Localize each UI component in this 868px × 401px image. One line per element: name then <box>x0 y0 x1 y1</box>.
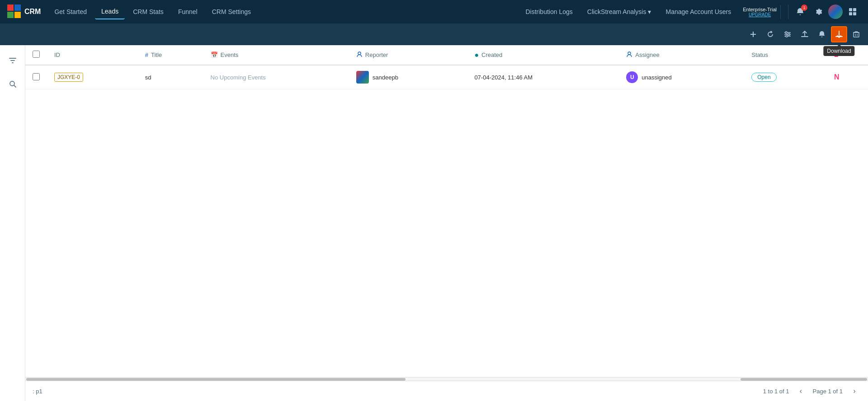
reporter-avatar <box>356 71 369 84</box>
main-content: ID # Title 📅 Events <box>0 45 868 401</box>
row-extra: N <box>827 65 868 89</box>
top-nav: CRM Get Started Leads CRM Stats Funnel C… <box>0 0 868 23</box>
nav-clickstream[interactable]: ClickStream Analysis ▾ <box>581 5 658 19</box>
chevron-down-icon: ▾ <box>648 8 651 15</box>
row-status[interactable]: Open <box>744 65 827 89</box>
upgrade-link[interactable]: UPGRADE <box>749 12 771 17</box>
filter-icon[interactable] <box>5 52 21 69</box>
select-all-header[interactable] <box>25 45 47 65</box>
svg-rect-4 <box>849 8 852 11</box>
scrollbar-thumb-right[interactable] <box>741 378 867 381</box>
id-badge: JGXYE-0 <box>54 73 83 82</box>
col-header-status[interactable]: Status <box>744 45 827 65</box>
footer-left-label: : p1 <box>33 388 42 395</box>
row-created: 07-04-2024, 11:46 AM <box>467 65 619 89</box>
nav-funnel[interactable]: Funnel <box>172 5 204 19</box>
nav-crm-stats[interactable]: CRM Stats <box>127 5 170 19</box>
download-button[interactable] <box>831 26 847 42</box>
svg-point-13 <box>785 32 787 33</box>
created-dot-icon: ● <box>474 51 479 59</box>
nav-leads[interactable]: Leads <box>95 4 125 19</box>
scrollbar-thumb-left[interactable] <box>26 378 406 381</box>
notifications-button[interactable]: 1 <box>792 4 808 20</box>
svg-point-15 <box>786 35 788 37</box>
bell-button[interactable] <box>814 26 830 42</box>
svg-rect-5 <box>853 8 856 11</box>
nav-manage-users[interactable]: Manage Account Users <box>659 5 737 19</box>
prev-page-button[interactable]: ‹ <box>795 385 807 397</box>
pagination: 1 to 1 of 1 ‹ Page 1 of 1 › <box>763 385 861 397</box>
app-logo[interactable]: CRM <box>7 5 41 19</box>
pagination-count: 1 to 1 of 1 <box>763 388 789 395</box>
app-logo-text: CRM <box>24 8 41 16</box>
nav-get-started[interactable]: Get Started <box>48 5 93 19</box>
next-page-button[interactable]: › <box>848 385 861 397</box>
row-title[interactable]: sd <box>138 65 203 89</box>
col-header-id[interactable]: ID <box>47 45 138 65</box>
nav-distribution-logs[interactable]: Distribution Logs <box>519 5 579 19</box>
row-events: No Upcoming Events <box>203 65 349 89</box>
nav-crm-settings[interactable]: CRM Settings <box>206 5 257 19</box>
table-header-row: ID # Title 📅 Events <box>25 45 868 65</box>
table-area: ID # Title 📅 Events <box>25 45 868 401</box>
status-badge: Open <box>751 73 776 82</box>
svg-rect-0 <box>7 5 14 11</box>
svg-rect-6 <box>849 12 852 15</box>
assignee-avatar: U <box>626 71 638 83</box>
horizontal-scrollbar[interactable] <box>25 377 868 381</box>
enterprise-badge: Enterprise-Trial UPGRADE <box>739 5 781 19</box>
download-button-container: Download <box>831 26 847 42</box>
svg-point-22 <box>358 52 361 55</box>
col-header-reporter[interactable]: Reporter <box>349 45 467 65</box>
svg-point-23 <box>628 52 631 55</box>
col-header-events[interactable]: 📅 Events <box>203 45 349 65</box>
left-sidebar <box>0 45 25 401</box>
assignee-person-icon <box>626 51 632 59</box>
svg-rect-2 <box>7 12 14 18</box>
hash-icon: # <box>145 51 148 58</box>
row-assignee[interactable]: U unassigned <box>619 65 744 89</box>
table-row[interactable]: JGXYE-0 sd No Upcoming Events sandeepb <box>25 65 868 89</box>
upload-button[interactable] <box>797 26 813 42</box>
col-header-created[interactable]: ● Created <box>467 45 619 65</box>
page-info: Page 1 of 1 <box>813 388 843 395</box>
toolbar: Download <box>0 23 868 45</box>
svg-rect-16 <box>854 33 859 37</box>
col-header-title[interactable]: # Title <box>138 45 203 65</box>
notification-count: 1 <box>801 5 807 11</box>
row-checkbox[interactable] <box>33 73 40 80</box>
row-checkbox-cell[interactable] <box>25 65 47 89</box>
svg-rect-3 <box>14 12 21 18</box>
select-all-checkbox[interactable] <box>33 51 40 58</box>
user-avatar[interactable] <box>828 5 843 19</box>
refresh-button[interactable] <box>762 26 778 42</box>
svg-line-21 <box>14 85 16 87</box>
row-id[interactable]: JGXYE-0 <box>47 65 138 89</box>
add-button[interactable] <box>745 26 761 42</box>
filter-settings-button[interactable] <box>779 26 796 42</box>
reporter-person-icon <box>356 51 363 59</box>
grid-icon[interactable] <box>844 4 861 20</box>
calendar-icon: 📅 <box>211 51 218 58</box>
row-reporter[interactable]: sandeepb <box>349 65 467 89</box>
table-footer: : p1 1 to 1 of 1 ‹ Page 1 of 1 › <box>25 381 868 401</box>
settings-button[interactable] <box>810 4 826 20</box>
svg-rect-1 <box>14 5 21 11</box>
col-header-assignee[interactable]: Assignee <box>619 45 744 65</box>
leads-table: ID # Title 📅 Events <box>25 45 868 89</box>
table-wrapper[interactable]: ID # Title 📅 Events <box>25 45 868 377</box>
svg-point-14 <box>788 33 790 35</box>
delete-button[interactable] <box>848 26 864 42</box>
download-tooltip: Download <box>823 46 854 56</box>
search-icon[interactable] <box>5 76 21 92</box>
svg-rect-7 <box>853 12 856 15</box>
